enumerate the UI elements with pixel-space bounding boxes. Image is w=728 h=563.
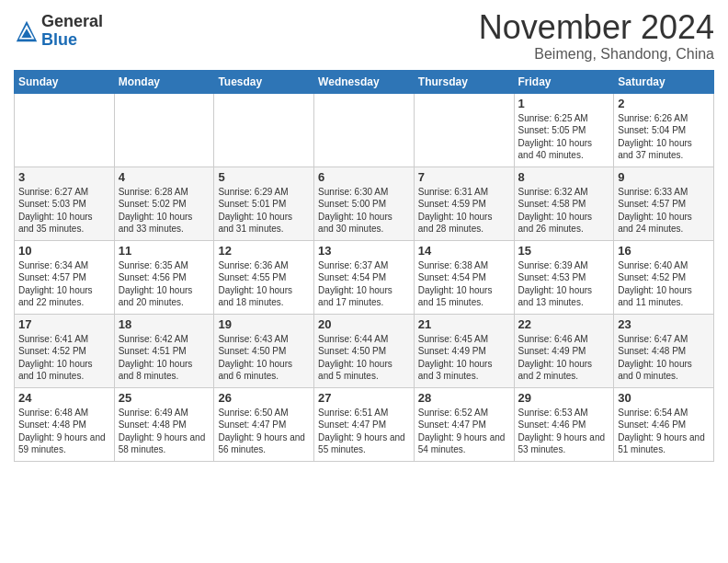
logo-general: General (41, 13, 103, 31)
day-number: 21 (418, 317, 510, 331)
day-number: 16 (618, 244, 710, 258)
week-row-5: 24Sunrise: 6:48 AM Sunset: 4:48 PM Dayli… (15, 387, 714, 461)
day-number: 14 (418, 244, 510, 258)
day-info: Sunrise: 6:32 AM Sunset: 4:58 PM Dayligh… (518, 186, 610, 236)
header-row: SundayMondayTuesdayWednesdayThursdayFrid… (15, 70, 714, 93)
day-number: 23 (618, 317, 710, 331)
day-cell: 26Sunrise: 6:50 AM Sunset: 4:47 PM Dayli… (214, 387, 314, 461)
day-info: Sunrise: 6:37 AM Sunset: 4:54 PM Dayligh… (318, 259, 410, 309)
day-info: Sunrise: 6:47 AM Sunset: 4:48 PM Dayligh… (618, 333, 710, 383)
day-cell (214, 93, 314, 167)
month-title: November 2024 (479, 9, 714, 46)
day-cell: 10Sunrise: 6:34 AM Sunset: 4:57 PM Dayli… (15, 240, 115, 314)
day-info: Sunrise: 6:26 AM Sunset: 5:04 PM Dayligh… (618, 112, 710, 162)
day-number: 9 (618, 170, 710, 184)
day-cell: 6Sunrise: 6:30 AM Sunset: 5:00 PM Daylig… (314, 167, 415, 240)
day-info: Sunrise: 6:50 AM Sunset: 4:47 PM Dayligh… (218, 407, 310, 456)
day-cell: 22Sunrise: 6:46 AM Sunset: 4:49 PM Dayli… (514, 314, 614, 387)
day-number: 1 (518, 97, 610, 110)
day-info: Sunrise: 6:25 AM Sunset: 5:05 PM Dayligh… (518, 112, 610, 162)
day-number: 15 (518, 244, 610, 258)
header-cell-friday: Friday (514, 70, 614, 93)
day-number: 10 (18, 244, 110, 258)
day-cell: 12Sunrise: 6:36 AM Sunset: 4:55 PM Dayli… (214, 240, 314, 314)
day-info: Sunrise: 6:36 AM Sunset: 4:55 PM Dayligh… (218, 259, 310, 309)
header-cell-wednesday: Wednesday (314, 70, 415, 93)
day-number: 12 (218, 244, 310, 258)
day-info: Sunrise: 6:54 AM Sunset: 4:46 PM Dayligh… (618, 407, 710, 456)
day-info: Sunrise: 6:45 AM Sunset: 4:49 PM Dayligh… (418, 333, 510, 383)
header-cell-thursday: Thursday (414, 70, 514, 93)
day-number: 17 (18, 317, 110, 331)
day-cell: 19Sunrise: 6:43 AM Sunset: 4:50 PM Dayli… (214, 314, 314, 387)
day-number: 13 (318, 244, 410, 258)
day-number: 19 (218, 317, 310, 331)
day-info: Sunrise: 6:33 AM Sunset: 4:57 PM Dayligh… (618, 186, 710, 236)
day-number: 20 (318, 317, 410, 331)
day-number: 3 (18, 170, 110, 184)
header-cell-monday: Monday (114, 70, 214, 93)
day-cell (15, 93, 115, 167)
week-row-4: 17Sunrise: 6:41 AM Sunset: 4:52 PM Dayli… (15, 314, 714, 387)
day-info: Sunrise: 6:41 AM Sunset: 4:52 PM Dayligh… (18, 333, 110, 383)
day-number: 24 (18, 391, 110, 405)
calendar-table: SundayMondayTuesdayWednesdayThursdayFrid… (14, 70, 714, 462)
day-info: Sunrise: 6:51 AM Sunset: 4:47 PM Dayligh… (318, 407, 410, 456)
day-cell: 27Sunrise: 6:51 AM Sunset: 4:47 PM Dayli… (314, 387, 415, 461)
day-info: Sunrise: 6:42 AM Sunset: 4:51 PM Dayligh… (119, 333, 210, 383)
day-number: 29 (518, 391, 610, 405)
day-cell: 18Sunrise: 6:42 AM Sunset: 4:51 PM Dayli… (114, 314, 214, 387)
day-cell: 25Sunrise: 6:49 AM Sunset: 4:48 PM Dayli… (114, 387, 214, 461)
page: General Blue November 2024 Beimeng, Shan… (0, 0, 728, 563)
day-cell: 13Sunrise: 6:37 AM Sunset: 4:54 PM Dayli… (314, 240, 415, 314)
day-info: Sunrise: 6:28 AM Sunset: 5:02 PM Dayligh… (119, 186, 210, 236)
day-cell (414, 93, 514, 167)
day-info: Sunrise: 6:44 AM Sunset: 4:50 PM Dayligh… (318, 333, 410, 383)
day-cell: 21Sunrise: 6:45 AM Sunset: 4:49 PM Dayli… (414, 314, 514, 387)
day-cell: 23Sunrise: 6:47 AM Sunset: 4:48 PM Dayli… (614, 314, 714, 387)
day-info: Sunrise: 6:43 AM Sunset: 4:50 PM Dayligh… (218, 333, 310, 383)
day-cell: 28Sunrise: 6:52 AM Sunset: 4:47 PM Dayli… (414, 387, 514, 461)
week-row-3: 10Sunrise: 6:34 AM Sunset: 4:57 PM Dayli… (15, 240, 714, 314)
day-info: Sunrise: 6:29 AM Sunset: 5:01 PM Dayligh… (218, 186, 310, 236)
day-cell: 15Sunrise: 6:39 AM Sunset: 4:53 PM Dayli… (514, 240, 614, 314)
day-number: 27 (318, 391, 410, 405)
day-cell: 2Sunrise: 6:26 AM Sunset: 5:04 PM Daylig… (614, 93, 714, 167)
day-number: 8 (518, 170, 610, 184)
day-cell: 16Sunrise: 6:40 AM Sunset: 4:52 PM Dayli… (614, 240, 714, 314)
day-info: Sunrise: 6:38 AM Sunset: 4:54 PM Dayligh… (418, 259, 510, 309)
day-cell (114, 93, 214, 167)
logo-text: General Blue (41, 13, 103, 50)
day-info: Sunrise: 6:49 AM Sunset: 4:48 PM Dayligh… (119, 407, 210, 456)
day-number: 4 (119, 170, 210, 184)
calendar-body: 1Sunrise: 6:25 AM Sunset: 5:05 PM Daylig… (15, 93, 714, 461)
day-info: Sunrise: 6:46 AM Sunset: 4:49 PM Dayligh… (518, 333, 610, 383)
day-cell: 1Sunrise: 6:25 AM Sunset: 5:05 PM Daylig… (514, 93, 614, 167)
header-cell-saturday: Saturday (614, 70, 714, 93)
header: General Blue November 2024 Beimeng, Shan… (14, 9, 714, 63)
day-number: 5 (218, 170, 310, 184)
day-info: Sunrise: 6:34 AM Sunset: 4:57 PM Dayligh… (18, 259, 110, 309)
day-number: 2 (618, 97, 710, 110)
calendar-header: SundayMondayTuesdayWednesdayThursdayFrid… (15, 70, 714, 93)
logo-blue: Blue (41, 31, 103, 50)
day-info: Sunrise: 6:48 AM Sunset: 4:48 PM Dayligh… (18, 407, 110, 456)
day-cell: 8Sunrise: 6:32 AM Sunset: 4:58 PM Daylig… (514, 167, 614, 240)
day-info: Sunrise: 6:40 AM Sunset: 4:52 PM Dayligh… (618, 259, 710, 309)
location-subtitle: Beimeng, Shandong, China (479, 46, 714, 63)
day-cell: 24Sunrise: 6:48 AM Sunset: 4:48 PM Dayli… (15, 387, 115, 461)
day-number: 11 (119, 244, 210, 258)
day-cell: 5Sunrise: 6:29 AM Sunset: 5:01 PM Daylig… (214, 167, 314, 240)
title-block: November 2024 Beimeng, Shandong, China (479, 9, 714, 63)
day-cell: 14Sunrise: 6:38 AM Sunset: 4:54 PM Dayli… (414, 240, 514, 314)
day-info: Sunrise: 6:31 AM Sunset: 4:59 PM Dayligh… (418, 186, 510, 236)
day-number: 18 (119, 317, 210, 331)
day-info: Sunrise: 6:53 AM Sunset: 4:46 PM Dayligh… (518, 407, 610, 456)
day-number: 22 (518, 317, 610, 331)
header-cell-tuesday: Tuesday (214, 70, 314, 93)
day-number: 7 (418, 170, 510, 184)
day-cell: 11Sunrise: 6:35 AM Sunset: 4:56 PM Dayli… (114, 240, 214, 314)
day-cell: 4Sunrise: 6:28 AM Sunset: 5:02 PM Daylig… (114, 167, 214, 240)
day-cell: 3Sunrise: 6:27 AM Sunset: 5:03 PM Daylig… (15, 167, 115, 240)
day-number: 25 (119, 391, 210, 405)
